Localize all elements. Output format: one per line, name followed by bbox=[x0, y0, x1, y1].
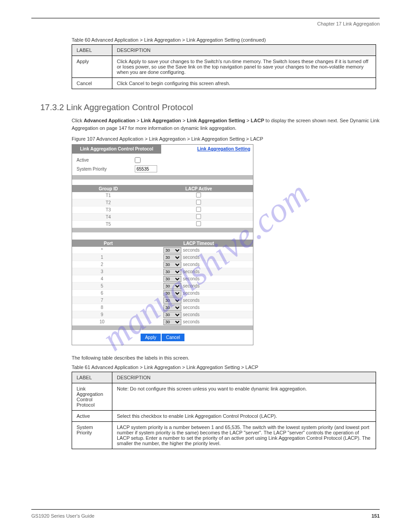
page: Chapter 17 Link Aggregation Table 60 Adv… bbox=[0, 0, 411, 481]
th-desc: DESCRIPTION bbox=[112, 45, 376, 56]
settings-panel: Active System Priority bbox=[72, 154, 253, 175]
timeout-select[interactable]: 30 bbox=[163, 283, 181, 289]
unit-label: seconds bbox=[183, 269, 200, 274]
apply-button[interactable]: Apply bbox=[141, 334, 161, 341]
lacp-active-cell bbox=[145, 199, 253, 206]
timeout-select[interactable]: 30 bbox=[163, 276, 181, 282]
system-priority-row: System Priority bbox=[77, 164, 248, 173]
active-checkbox[interactable] bbox=[135, 157, 141, 163]
group-id-cell: T3 bbox=[72, 207, 145, 212]
timeout-select[interactable]: 30 bbox=[163, 262, 181, 268]
timeout-select[interactable]: 30 bbox=[163, 312, 181, 318]
cell-label: Active bbox=[72, 410, 112, 421]
text-bold: LACP bbox=[251, 118, 264, 123]
panel-title: Link Aggregation Control Protocol bbox=[72, 145, 161, 154]
port-row: 630seconds bbox=[72, 290, 253, 297]
timeout-cell: 30seconds bbox=[132, 269, 253, 275]
text: > bbox=[135, 118, 141, 123]
cell-desc: Click Cancel to begin configuring this s… bbox=[112, 78, 376, 89]
cell-label: Cancel bbox=[72, 78, 112, 89]
lacp-active-cell bbox=[145, 206, 253, 213]
spacer bbox=[72, 232, 253, 240]
port-cell: 4 bbox=[72, 276, 132, 281]
port-cell: 2 bbox=[72, 262, 132, 267]
text: for more information on dynamic link agg… bbox=[127, 125, 237, 131]
timeout-cell: 30seconds bbox=[132, 254, 253, 261]
section-heading: 17.3.2 Link Aggregation Control Protocol bbox=[40, 103, 380, 112]
table-row: Cancel Click Cancel to begin configuring… bbox=[72, 78, 376, 89]
divider bbox=[72, 228, 253, 232]
group-row: T4 bbox=[72, 214, 253, 221]
timeout-cell: 30seconds bbox=[132, 290, 253, 296]
port-cell: 10 bbox=[72, 319, 132, 324]
timeout-select[interactable]: 30 bbox=[163, 305, 181, 311]
timeout-select[interactable]: 30 bbox=[163, 254, 181, 261]
table-row: Active Select this checkbox to enable Li… bbox=[72, 410, 376, 421]
lacp-active-checkbox[interactable] bbox=[196, 221, 201, 226]
timeout-cell: 30seconds bbox=[132, 283, 253, 289]
timeout-select[interactable]: 30 bbox=[163, 269, 181, 275]
group-row: T3 bbox=[72, 206, 253, 214]
panel-link-area: Link Aggregation Setting bbox=[161, 145, 253, 154]
group-table-head: Group ID LACP Active bbox=[72, 185, 253, 192]
chapter-header: Chapter 17 Link Aggregation bbox=[31, 21, 380, 26]
timeout-select[interactable]: 30 bbox=[163, 290, 181, 296]
table-bottom-title: Table 61 Advanced Application > Link Agg… bbox=[72, 365, 380, 370]
unit-label: seconds bbox=[183, 305, 200, 310]
port-cell: 3 bbox=[72, 269, 132, 274]
th-label: LABEL bbox=[72, 45, 112, 56]
divider bbox=[72, 326, 253, 330]
lacp-active-cell bbox=[145, 192, 253, 199]
port-table-head: Port LACP Timeout bbox=[72, 240, 253, 247]
timeout-cell: 30seconds bbox=[132, 297, 253, 304]
port-row: 930seconds bbox=[72, 311, 253, 318]
timeout-cell: 30seconds bbox=[132, 305, 253, 311]
table-bottom-intro: The following table describes the labels… bbox=[72, 354, 380, 362]
button-row: ApplyCancel bbox=[72, 330, 253, 345]
th-group-id: Group ID bbox=[72, 186, 145, 191]
lacp-active-checkbox[interactable] bbox=[196, 200, 201, 205]
section-body: Click Advanced Application > Link Aggreg… bbox=[72, 117, 380, 132]
table-top: LABEL DESCRIPTION Apply Click Apply to s… bbox=[72, 44, 376, 89]
header-rule bbox=[31, 18, 380, 18]
table-bottom: LABEL DESCRIPTION Link Aggregation Contr… bbox=[72, 372, 376, 449]
unit-label: seconds bbox=[183, 298, 200, 303]
system-priority-input[interactable] bbox=[135, 165, 157, 172]
lacp-active-checkbox[interactable] bbox=[196, 214, 201, 219]
spacer bbox=[72, 180, 253, 185]
port-cell: 9 bbox=[72, 312, 132, 317]
unit-label: seconds bbox=[183, 283, 200, 288]
port-row: 1030seconds bbox=[72, 318, 253, 326]
timeout-select[interactable]: 30 bbox=[163, 297, 181, 304]
active-row: Active bbox=[77, 155, 248, 164]
lacp-active-checkbox[interactable] bbox=[196, 193, 201, 197]
unit-label: seconds bbox=[183, 319, 200, 324]
port-row: 830seconds bbox=[72, 304, 253, 311]
lacp-active-cell bbox=[145, 221, 253, 227]
text: > bbox=[245, 118, 251, 123]
port-row: 330seconds bbox=[72, 268, 253, 275]
port-row: 430seconds bbox=[72, 275, 253, 283]
lacp-active-checkbox[interactable] bbox=[196, 207, 201, 212]
port-cell: 8 bbox=[72, 305, 132, 310]
cell-desc: LACP system priority is a number between… bbox=[112, 421, 376, 449]
th-label: LABEL bbox=[72, 372, 112, 383]
timeout-cell: 30seconds bbox=[132, 247, 253, 253]
cell-label: Apply bbox=[72, 56, 112, 78]
port-row: 230seconds bbox=[72, 261, 253, 268]
timeout-cell: 30seconds bbox=[132, 276, 253, 282]
timeout-select[interactable]: 30 bbox=[163, 319, 181, 325]
port-cell: 5 bbox=[72, 283, 132, 288]
port-cell: 7 bbox=[72, 298, 132, 303]
table-row: System Priority LACP system priority is … bbox=[72, 421, 376, 449]
timeout-cell: 30seconds bbox=[132, 319, 253, 325]
port-row: *30seconds bbox=[72, 247, 253, 254]
cancel-button[interactable]: Cancel bbox=[162, 334, 184, 341]
port-cell: 6 bbox=[72, 291, 132, 296]
link-aggregation-setting-link[interactable]: Link Aggregation Setting bbox=[197, 146, 250, 151]
group-row: T2 bbox=[72, 199, 253, 206]
timeout-select[interactable]: 30 bbox=[163, 247, 181, 253]
lacp-active-cell bbox=[145, 214, 253, 220]
table-top-caption: Table 60 Advanced Application > Link Agg… bbox=[72, 37, 380, 43]
group-id-cell: T4 bbox=[72, 215, 145, 219]
